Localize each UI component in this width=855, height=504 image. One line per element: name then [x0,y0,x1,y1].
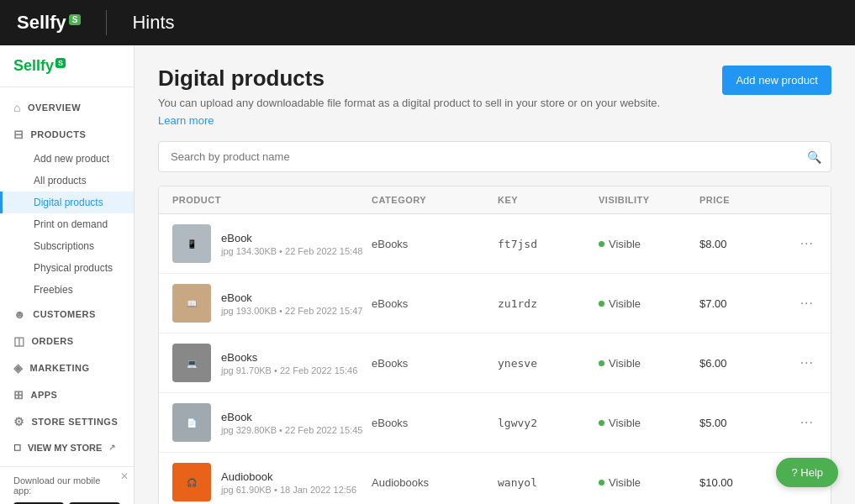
product-cell-0: 📱 eBook jpg 134.30KB • 22 Feb 2022 15:48 [172,224,372,263]
product-thumbnail-1: 📖 [172,284,211,323]
sidebar-sub-print-on-demand[interactable]: Print on demand [0,213,134,235]
sidebar-nav-section: ⌂ Overview ⊟ Products Add new product Al… [0,87,134,466]
product-info-1: eBook jpg 193.00KB • 22 Feb 2022 15:47 [221,291,362,316]
sidebar-sub-subscriptions[interactable]: Subscriptions [0,235,134,257]
search-input[interactable] [158,141,831,172]
header-logo: SellfyS [17,12,81,34]
visibility-dot-3 [599,420,604,426]
category-cell-1: eBooks [372,297,498,310]
learn-more-link[interactable]: Learn more [158,114,214,127]
product-meta-0: jpg 134.30KB • 22 Feb 2022 15:48 [221,246,362,256]
sidebar-item-orders[interactable]: ◫ Orders [0,328,134,354]
product-meta-1: jpg 193.00KB • 22 Feb 2022 15:47 [221,306,362,316]
product-info-0: eBook jpg 134.30KB • 22 Feb 2022 15:48 [221,232,362,256]
product-cell-1: 📖 eBook jpg 193.00KB • 22 Feb 2022 15:47 [172,284,372,323]
category-cell-2: eBooks [372,357,498,370]
sidebar-sub-physical-products[interactable]: Physical products [0,257,134,279]
visibility-cell-1: Visible [599,297,699,310]
mobile-app-section: ✕ Download our mobile app: 🍎 App Store ▶… [0,466,134,504]
sidebar-logo: SellfyS [13,57,120,75]
sidebar-sub-freebies[interactable]: Freebies [0,279,134,301]
sidebar-item-store-settings-label: Store Settings [32,417,119,427]
sidebar-item-customers-label: Customers [33,309,96,319]
key-cell-4: wanyol [498,476,599,489]
sidebar-item-products-label: Products [31,129,87,139]
product-name-1: eBook [221,291,362,304]
price-cell-2: $6.00 [699,357,784,370]
header-divider [106,10,107,35]
top-header: SellfyS Hints [0,0,855,45]
product-meta-3: jpg 329.80KB • 22 Feb 2022 15:45 [221,425,362,435]
add-product-button[interactable]: Add new product [722,66,831,95]
price-cell-3: $5.00 [699,417,784,429]
table-row: 📖 eBook jpg 193.00KB • 22 Feb 2022 15:47… [159,274,831,333]
more-actions-button-3[interactable]: ··· [797,412,817,433]
sidebar-logo-text: Sellfy [13,57,54,75]
th-actions [784,195,817,205]
sidebar-sub-all-products[interactable]: All products [0,170,134,192]
close-mobile-section-button[interactable]: ✕ [120,470,129,482]
marketing-icon: ◈ [13,361,24,375]
page-header-left: Digital products You can upload any down… [158,66,660,128]
more-actions-button-2[interactable]: ··· [797,352,817,374]
sidebar-item-store-settings[interactable]: ⚙ Store Settings [0,408,134,435]
sidebar-item-marketing[interactable]: ◈ Marketing [0,354,134,381]
page-header: Digital products You can upload any down… [158,66,831,128]
price-cell-1: $7.00 [699,297,784,310]
products-table: Product Category Key Visibility Price 📱 … [158,186,831,504]
actions-cell-2: ··· [784,352,817,374]
visibility-cell-4: Visible [599,476,699,489]
product-info-3: eBook jpg 329.80KB • 22 Feb 2022 15:45 [221,411,362,435]
th-category: Category [372,195,498,205]
sidebar-item-apps-label: Apps [31,390,58,400]
product-cell-2: 💻 eBooks jpg 91.70KB • 22 Feb 2022 15:46 [172,344,372,382]
sidebar-item-customers[interactable]: ☻ Customers [0,301,134,328]
products-icon: ⊟ [13,128,24,141]
product-thumbnail-3: 📄 [172,403,211,442]
sidebar-item-view-store[interactable]: ◻ View my store ↗ [0,435,134,459]
product-meta-2: jpg 91.70KB • 22 Feb 2022 15:46 [221,365,357,375]
product-name-0: eBook [221,232,362,244]
visibility-dot-2 [599,360,604,366]
product-cell-3: 📄 eBook jpg 329.80KB • 22 Feb 2022 15:45 [172,403,372,442]
th-key: Key [498,195,599,205]
product-thumbnail-0: 📱 [172,224,211,263]
external-link-icon: ↗ [108,443,115,452]
header-title: Hints [132,12,174,34]
table-row: 📄 eBook jpg 329.80KB • 22 Feb 2022 15:45… [159,393,831,453]
sidebar-item-overview[interactable]: ⌂ Overview [0,94,134,121]
product-meta-4: jpg 61.90KB • 18 Jan 2022 12:56 [221,485,356,495]
price-cell-0: $8.00 [699,238,784,250]
actions-cell-1: ··· [784,292,817,314]
search-button[interactable]: 🔍 [807,150,821,164]
product-thumbnail-4: 🎧 [172,463,211,501]
sidebar-item-orders-label: Orders [32,336,74,346]
actions-cell-0: ··· [784,233,817,255]
page-description: You can upload any downloadable file for… [158,97,660,109]
help-button[interactable]: ? Help [776,458,838,487]
th-product: Product [172,195,372,205]
store-icon: ◻ [13,442,21,453]
sidebar-logo-badge: S [55,58,66,68]
visibility-cell-0: Visible [599,238,699,250]
category-cell-4: Audiobooks [372,476,498,489]
sidebar-sub-digital-products[interactable]: Digital products [0,192,134,213]
more-actions-button-1[interactable]: ··· [797,292,817,314]
more-actions-button-0[interactable]: ··· [797,233,817,255]
overview-icon: ⌂ [13,101,21,114]
category-cell-3: eBooks [372,417,498,429]
page-title: Digital products [158,66,660,92]
visibility-cell-3: Visible [599,417,699,429]
sidebar-item-overview-label: Overview [28,102,81,113]
sidebar-item-products[interactable]: ⊟ Products [0,121,134,148]
key-cell-1: zu1rdz [498,297,599,310]
mobile-app-text: Download our mobile app: [13,475,120,496]
sidebar-item-apps[interactable]: ⊞ Apps [0,381,134,408]
product-info-4: Audiobook jpg 61.90KB • 18 Jan 2022 12:5… [221,470,356,495]
sidebar-sub-add-new-product[interactable]: Add new product [0,148,134,170]
visibility-cell-2: Visible [599,357,699,370]
visibility-dot-1 [599,301,604,307]
key-cell-3: lgwvy2 [498,417,599,429]
apps-icon: ⊞ [13,388,24,402]
orders-icon: ◫ [13,334,25,348]
